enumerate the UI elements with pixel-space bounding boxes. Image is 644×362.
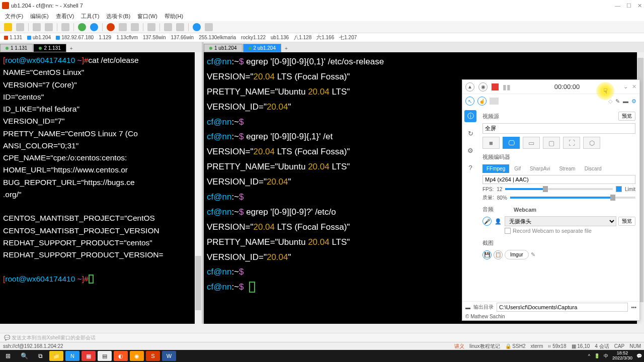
session-4[interactable]: 1.129 <box>99 35 111 40</box>
app-2-icon[interactable]: ▦ <box>82 351 96 361</box>
talk-button[interactable]: 讲义 <box>454 343 464 350</box>
src-fullscreen-icon[interactable]: ⛶ <box>563 137 580 149</box>
toolbar-about-icon[interactable] <box>205 23 213 31</box>
toolbar-open-icon[interactable] <box>16 23 24 31</box>
side-help-icon[interactable]: ? <box>464 161 476 173</box>
toolbar-font-icon[interactable] <box>131 23 139 31</box>
toolbar-copy-icon[interactable] <box>33 23 41 31</box>
clock[interactable]: 18:52 2022/3/30 <box>612 351 632 361</box>
toolbar-layout-icon[interactable] <box>176 23 184 31</box>
src-window-icon[interactable]: ▭ <box>523 137 540 149</box>
notes-link[interactable]: linux教程笔记 <box>469 343 500 350</box>
src-webcam-icon[interactable]: ■ <box>482 137 500 149</box>
enc-tab-gif[interactable]: Gif <box>510 164 525 173</box>
toolbar-reconnect-icon[interactable] <box>78 23 86 31</box>
session-6[interactable]: 137.58win <box>143 35 166 40</box>
app-1-icon[interactable]: N <box>65 351 79 361</box>
keyboard-icon[interactable] <box>490 98 499 105</box>
gear-icon[interactable]: ⚙ <box>631 98 636 105</box>
src-region-icon[interactable]: ▢ <box>543 137 560 149</box>
right-tab-2[interactable]: 2 ub1.204 <box>243 44 282 52</box>
folder-icon[interactable]: ▬ <box>623 98 628 104</box>
toolbar-new-icon[interactable] <box>4 23 12 31</box>
maximize-button[interactable]: ☐ <box>626 3 631 9</box>
tray-battery-icon[interactable]: 🔋 <box>594 353 600 358</box>
enc-tab-stream[interactable]: Stream <box>555 164 579 173</box>
toolbar-refresh-icon[interactable] <box>107 23 115 31</box>
output-dir-input[interactable] <box>497 303 628 312</box>
toolbar-fullscreen-icon[interactable] <box>119 23 127 31</box>
clipboard-icon[interactable]: 📋 <box>494 250 503 259</box>
disk-icon[interactable]: 💾 <box>482 250 492 259</box>
src-screen-icon[interactable]: 🖵 <box>503 137 520 149</box>
captura-window[interactable]: ▲ ◉ ▮▮ 00:00:00 ☟ ⌄ ✕ ↖ ☝ ◇ ✎ ▬ ⚙ ⓘ ↻ ⚙ … <box>462 79 640 321</box>
session-12[interactable]: 六1.166 <box>316 34 334 41</box>
close-button[interactable]: ✕ <box>637 3 642 9</box>
close-icon[interactable]: ✕ <box>632 83 636 90</box>
side-settings-icon[interactable]: ⚙ <box>464 144 476 156</box>
session-2[interactable]: ub1.204 <box>27 35 51 40</box>
source-select[interactable]: 全屏 <box>482 123 635 134</box>
session-1[interactable]: 1.131 <box>4 35 22 40</box>
mic-icon[interactable]: 🎤 <box>482 217 492 226</box>
preview-button[interactable]: 预览 <box>618 112 635 121</box>
enc-tab-sharpavi[interactable]: SharpAvi <box>526 164 554 173</box>
webcam-select[interactable]: 无摄像头 <box>505 216 616 226</box>
session-9[interactable]: rocky1.122 <box>241 35 266 40</box>
search-icon[interactable]: 🔍 <box>16 350 32 362</box>
click-toggle-icon[interactable]: ☝ <box>477 97 487 106</box>
start-button[interactable]: ⊞ <box>0 350 16 362</box>
toolbar-search-icon[interactable] <box>61 23 69 31</box>
camera-icon[interactable]: ◉ <box>478 82 488 92</box>
format-select[interactable]: Mp4 (x264 | AAC) <box>482 175 635 184</box>
minimize-button[interactable]: — <box>615 3 620 9</box>
side-recent-icon[interactable]: ↻ <box>464 127 476 139</box>
left-tab-2[interactable]: 2 1.131 <box>33 44 66 52</box>
more-icon[interactable]: ••• <box>631 305 636 310</box>
tray-up-icon[interactable]: ^ <box>588 353 590 358</box>
session-3[interactable]: 182.92.67.180 <box>56 35 94 40</box>
toolbar-help-icon[interactable] <box>193 23 201 31</box>
collapse-icon[interactable]: ▲ <box>465 82 474 92</box>
limit-checkbox[interactable] <box>616 186 622 192</box>
menu-tools[interactable]: 工具(T) <box>81 13 99 20</box>
left-tab-add[interactable]: + <box>67 45 76 52</box>
toolbar-lock-icon[interactable] <box>147 23 155 31</box>
app-5-icon[interactable]: ◉ <box>130 351 144 361</box>
webcam-preview-button[interactable]: 预览 <box>618 217 635 226</box>
fps-slider[interactable] <box>505 188 613 190</box>
pause-button[interactable]: ▮▮ <box>503 83 511 91</box>
toolbar-folder-icon[interactable] <box>164 23 172 31</box>
separate-file-checkbox[interactable] <box>505 228 511 234</box>
record-button[interactable] <box>492 83 499 90</box>
notifications-icon[interactable]: 💬 <box>636 353 642 358</box>
session-7[interactable]: 137.66win <box>171 35 194 40</box>
session-8[interactable]: 255.130elkmaria <box>199 35 236 40</box>
menu-file[interactable]: 文件(F) <box>5 13 23 20</box>
session-10[interactable]: ub1.136 <box>271 35 289 40</box>
enc-tab-ffmpeg[interactable]: FFmpeg <box>482 164 509 173</box>
menu-edit[interactable]: 编辑(E) <box>30 13 49 20</box>
word-icon[interactable]: W <box>162 351 176 361</box>
quality-slider[interactable] <box>510 197 635 199</box>
pencil-icon[interactable]: ✎ <box>615 98 620 105</box>
src-link-icon[interactable]: ⬡ <box>583 137 600 149</box>
app-3-icon[interactable]: ▤ <box>98 351 112 361</box>
app-4-icon[interactable]: ◐ <box>114 351 128 361</box>
chevron-down-icon[interactable]: ⌄ <box>623 83 628 90</box>
menu-view[interactable]: 查看(V) <box>56 13 74 20</box>
session-13[interactable]: 七1.207 <box>339 34 357 41</box>
tray-lang-icon[interactable]: 中 <box>604 353 608 359</box>
right-tab-1[interactable]: 1 ub1.204 <box>204 44 243 52</box>
menu-help[interactable]: 帮助(H) <box>165 13 183 20</box>
app-6-icon[interactable]: S <box>146 351 160 361</box>
explorer-icon[interactable]: 📁 <box>49 351 63 361</box>
side-main-icon[interactable]: ⓘ <box>464 110 476 122</box>
right-tab-add[interactable]: + <box>282 45 291 52</box>
scrollbar[interactable] <box>195 52 202 324</box>
left-tab-1[interactable]: 1 1.131 <box>0 44 33 52</box>
taskview-icon[interactable]: ⧉ <box>32 350 48 362</box>
imgur-button[interactable]: Imgur <box>505 250 529 259</box>
toolbar-disconnect-icon[interactable] <box>90 23 98 31</box>
session-11[interactable]: 八1.128 <box>294 34 311 41</box>
